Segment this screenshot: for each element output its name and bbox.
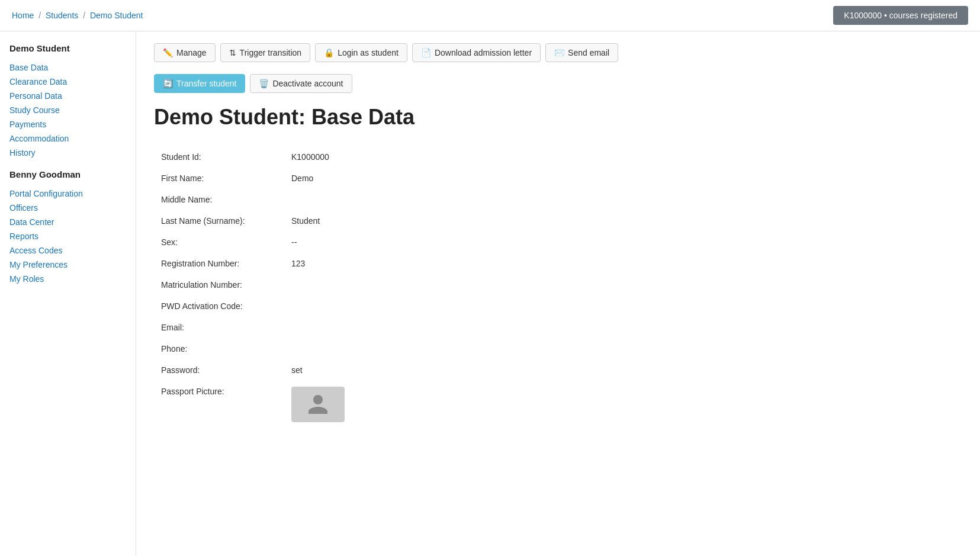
field-value-phone bbox=[284, 338, 962, 359]
transfer-icon: 🔄 bbox=[163, 79, 173, 88]
field-value-matriculation-number bbox=[284, 274, 962, 295]
table-row: Phone: bbox=[154, 338, 962, 359]
field-label-sex: Sex: bbox=[154, 232, 284, 253]
breadcrumb-sep2: / bbox=[83, 11, 85, 20]
field-value-student-id: K1000000 bbox=[284, 146, 962, 168]
table-row: Middle Name: bbox=[154, 189, 962, 210]
download-admission-button[interactable]: 📄 Download admission letter bbox=[412, 43, 541, 62]
sidebar-link-data-center[interactable]: Data Center bbox=[9, 215, 126, 229]
sidebar-section2-title: Benny Goodman bbox=[9, 169, 126, 179]
field-value-sex: -- bbox=[284, 232, 962, 253]
table-row: Sex: -- bbox=[154, 232, 962, 253]
trigger-label: Trigger transition bbox=[240, 48, 302, 57]
field-label-passport-picture: Passport Picture: bbox=[154, 381, 284, 428]
login-label: Login as student bbox=[338, 48, 399, 57]
transfer-student-button[interactable]: 🔄 Transfer student bbox=[154, 74, 245, 93]
field-value-pwd-activation bbox=[284, 295, 962, 317]
page-layout: Demo Student Base Data Clearance Data Pe… bbox=[0, 31, 980, 556]
field-value-middle-name bbox=[284, 189, 962, 210]
field-label-middle-name: Middle Name: bbox=[154, 189, 284, 210]
sidebar-section1-title: Demo Student bbox=[9, 43, 126, 53]
person-icon bbox=[306, 393, 330, 416]
field-label-student-id: Student Id: bbox=[154, 146, 284, 168]
table-row: Registration Number: 123 bbox=[154, 253, 962, 274]
action-buttons-row2: 🔄 Transfer student 🗑️ Deactivate account bbox=[154, 74, 962, 93]
table-row: Matriculation Number: bbox=[154, 274, 962, 295]
send-email-button[interactable]: ✉️ Send email bbox=[545, 43, 618, 62]
sidebar-link-study-course[interactable]: Study Course bbox=[9, 103, 126, 117]
deactivate-label: Deactivate account bbox=[272, 79, 343, 88]
email-label: Send email bbox=[568, 48, 609, 57]
sidebar-link-portal-config[interactable]: Portal Configuration bbox=[9, 187, 126, 201]
sidebar-link-personal-data[interactable]: Personal Data bbox=[9, 89, 126, 103]
field-label-phone: Phone: bbox=[154, 338, 284, 359]
page-title: Demo Student: Base Data bbox=[154, 105, 962, 130]
field-label-email: Email: bbox=[154, 317, 284, 338]
action-buttons-row: ✏️ Manage ⇅ Trigger transition 🔒 Login a… bbox=[154, 43, 962, 62]
sidebar-link-base-data[interactable]: Base Data bbox=[9, 60, 126, 75]
sidebar-link-payments[interactable]: Payments bbox=[9, 117, 126, 131]
sidebar-link-history[interactable]: History bbox=[9, 146, 126, 160]
sidebar-link-officers[interactable]: Officers bbox=[9, 201, 126, 215]
sidebar-link-my-roles[interactable]: My Roles bbox=[9, 272, 126, 286]
passport-image-placeholder bbox=[291, 387, 345, 422]
download-label: Download admission letter bbox=[435, 48, 532, 57]
field-value-first-name: Demo bbox=[284, 168, 962, 189]
sidebar-link-reports[interactable]: Reports bbox=[9, 229, 126, 243]
top-bar: Home / Students / Demo Student K1000000 … bbox=[0, 0, 980, 31]
table-row: PWD Activation Code: bbox=[154, 295, 962, 317]
login-icon: 🔒 bbox=[324, 48, 334, 57]
download-icon: 📄 bbox=[421, 48, 431, 57]
field-value-registration-number: 123 bbox=[284, 253, 962, 274]
breadcrumb-sep1: / bbox=[38, 11, 41, 20]
transfer-label: Transfer student bbox=[176, 79, 236, 88]
manage-button[interactable]: ✏️ Manage bbox=[154, 43, 216, 62]
field-value-email bbox=[284, 317, 962, 338]
main-content: ✏️ Manage ⇅ Trigger transition 🔒 Login a… bbox=[136, 31, 980, 556]
sidebar-link-clearance-data[interactable]: Clearance Data bbox=[9, 75, 126, 89]
field-label-first-name: First Name: bbox=[154, 168, 284, 189]
sidebar-link-my-preferences[interactable]: My Preferences bbox=[9, 258, 126, 272]
field-value-last-name: Student bbox=[284, 210, 962, 232]
base-data-table: Student Id: K1000000 First Name: Demo Mi… bbox=[154, 146, 962, 428]
table-row: Passport Picture: bbox=[154, 381, 962, 428]
manage-label: Manage bbox=[176, 48, 207, 57]
field-label-matriculation-number: Matriculation Number: bbox=[154, 274, 284, 295]
deactivate-icon: 🗑️ bbox=[259, 79, 269, 88]
trigger-transition-button[interactable]: ⇅ Trigger transition bbox=[220, 43, 311, 62]
breadcrumb-home[interactable]: Home bbox=[12, 11, 34, 20]
status-badge: K1000000 • courses registered bbox=[833, 6, 968, 25]
trigger-icon: ⇅ bbox=[229, 48, 236, 57]
breadcrumb: Home / Students / Demo Student bbox=[12, 11, 143, 20]
field-label-registration-number: Registration Number: bbox=[154, 253, 284, 274]
table-row: First Name: Demo bbox=[154, 168, 962, 189]
sidebar-link-access-codes[interactable]: Access Codes bbox=[9, 243, 126, 258]
manage-icon: ✏️ bbox=[163, 48, 173, 57]
field-label-password: Password: bbox=[154, 359, 284, 381]
breadcrumb-students[interactable]: Students bbox=[46, 11, 78, 20]
table-row: Last Name (Surname): Student bbox=[154, 210, 962, 232]
breadcrumb-current[interactable]: Demo Student bbox=[90, 11, 143, 20]
login-as-student-button[interactable]: 🔒 Login as student bbox=[315, 43, 407, 62]
field-value-passport-picture bbox=[284, 381, 962, 428]
field-label-pwd-activation: PWD Activation Code: bbox=[154, 295, 284, 317]
sidebar: Demo Student Base Data Clearance Data Pe… bbox=[0, 31, 136, 556]
field-value-password: set bbox=[284, 359, 962, 381]
field-label-last-name: Last Name (Surname): bbox=[154, 210, 284, 232]
email-icon: ✉️ bbox=[554, 48, 564, 57]
table-row: Password: set bbox=[154, 359, 962, 381]
table-row: Student Id: K1000000 bbox=[154, 146, 962, 168]
deactivate-account-button[interactable]: 🗑️ Deactivate account bbox=[250, 74, 352, 93]
table-row: Email: bbox=[154, 317, 962, 338]
sidebar-link-accommodation[interactable]: Accommodation bbox=[9, 131, 126, 146]
